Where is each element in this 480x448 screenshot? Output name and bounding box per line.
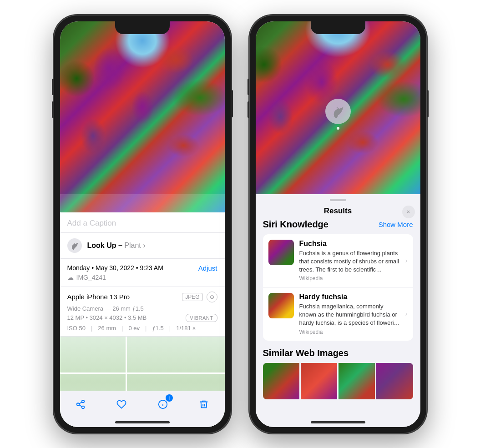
visual-lookup-button[interactable] [325, 99, 351, 124]
share-icon [76, 399, 86, 409]
notch-right [311, 21, 365, 34]
fuchsia-source: Wikipedia [299, 275, 400, 282]
jpeg-badge: JPEG [182, 293, 202, 301]
file-spec-row: 12 MP • 3024 × 4032 • 3.5 MB VIBRANT [67, 314, 217, 322]
leaf-icon [71, 242, 79, 250]
file-spec: 12 MP • 3024 × 4032 • 3.5 MB [67, 314, 147, 321]
similar-section: Similar Web Images [263, 348, 413, 399]
results-title: Results [324, 206, 352, 216]
sparkle-info-icon [158, 399, 168, 409]
lookup-dot [337, 127, 339, 130]
lookup-label: Look Up – Plant › [87, 242, 146, 250]
caption-placeholder[interactable]: Add a Caption [67, 219, 116, 227]
hardy-thumbnail [268, 293, 294, 318]
exif-shutter: 1/181 s [176, 325, 196, 332]
caption-area[interactable]: Add a Caption [60, 212, 225, 233]
meta-date: Monday • May 30, 2022 • 9:23 AM [67, 264, 163, 272]
lookup-row[interactable]: Look Up – Plant › [60, 233, 225, 259]
show-more-button[interactable]: Show More [379, 221, 413, 228]
similar-image-1[interactable] [263, 363, 299, 399]
exif-focal: 26 mm [98, 325, 116, 332]
knowledge-item-hardy[interactable]: Hardy fuchsia Fuchsia magellanica, commo… [263, 287, 413, 341]
similar-image-4[interactable] [376, 363, 413, 399]
meta-date-row: Monday • May 30, 2022 • 9:23 AM Adjust [67, 264, 217, 272]
fuchsia-desc: Fuchsia is a genus of flowering plants t… [299, 249, 400, 274]
right-phone-screen: Results × Siri Knowledge Show More [256, 21, 420, 427]
right-phone: Results × Siri Knowledge Show More [249, 15, 427, 433]
location-badge: ⊙ [207, 292, 217, 302]
lookup-icon [67, 238, 82, 253]
knowledge-card: Fuchsia Fuchsia is a genus of flowering … [263, 234, 413, 341]
results-close-button[interactable]: × [402, 206, 415, 218]
flower-photo-left[interactable] [60, 21, 225, 212]
fuchsia-text: Fuchsia Fuchsia is a genus of flowering … [299, 240, 400, 282]
fuchsia-chevron: › [405, 257, 408, 264]
power-button[interactable] [231, 90, 233, 117]
info-badge: i [166, 394, 173, 402]
share-button[interactable] [71, 394, 91, 414]
favorite-button[interactable] [111, 394, 131, 414]
hardy-text: Hardy fuchsia Fuchsia magellanica, commo… [299, 293, 400, 335]
exif-ev: 0 ev [128, 325, 140, 332]
cloud-icon: ☁ [67, 274, 74, 281]
meta-section: Monday • May 30, 2022 • 9:23 AM Adjust ☁… [60, 259, 225, 287]
leaf-overlay-icon [332, 105, 344, 118]
home-indicator-right [311, 421, 365, 423]
vibrant-badge: VIBRANT [186, 314, 217, 322]
meta-filename: IMG_4241 [76, 274, 106, 281]
similar-image-2[interactable] [301, 363, 337, 399]
home-indicator-left [115, 421, 170, 423]
exif-aperture: ƒ1.5 [152, 325, 163, 332]
hardy-desc: Fuchsia magellanica, commonly known as t… [299, 302, 400, 327]
volume-down-button-right[interactable] [248, 101, 249, 118]
adjust-button[interactable]: Adjust [198, 264, 217, 272]
volume-up-button-right[interactable] [248, 79, 249, 95]
exif-row: ISO 50 | 26 mm | 0 ev | ƒ1.5 | 1/181 s [67, 325, 217, 332]
volume-down-button[interactable] [52, 101, 54, 118]
knowledge-item-fuchsia[interactable]: Fuchsia Fuchsia is a genus of flowering … [263, 234, 413, 287]
right-screen-content: Results × Siri Knowledge Show More [256, 21, 420, 427]
similar-title: Similar Web Images [263, 348, 413, 358]
device-section: Apple iPhone 13 Pro JPEG ⊙ Wide Camera —… [60, 287, 225, 337]
volume-up-button[interactable] [52, 79, 54, 95]
notch-left [115, 21, 170, 34]
delete-button[interactable] [194, 394, 214, 414]
camera-spec: Wide Camera — 26 mm ƒ1.5 [67, 305, 217, 312]
device-row: Apple iPhone 13 Pro JPEG ⊙ [67, 292, 217, 302]
left-phone: Add a Caption Look Up – Plant › Monday •… [54, 15, 231, 433]
exif-iso: ISO 50 [67, 325, 86, 332]
siri-knowledge-title: Siri Knowledge [263, 219, 328, 230]
fuchsia-name: Fuchsia [299, 240, 400, 248]
hardy-chevron: › [405, 310, 408, 317]
results-header: Results × [256, 201, 420, 219]
device-badges: JPEG ⊙ [182, 292, 217, 302]
hardy-name: Hardy fuchsia [299, 293, 400, 301]
meta-filename-row: ☁ IMG_4241 [67, 274, 217, 281]
results-content[interactable]: Siri Knowledge Show More Fuchsia Fuchsia… [256, 219, 420, 427]
siri-knowledge-header: Siri Knowledge Show More [263, 219, 413, 230]
trash-icon [199, 399, 209, 409]
hardy-source: Wikipedia [299, 329, 400, 335]
left-phone-screen: Add a Caption Look Up – Plant › Monday •… [60, 21, 225, 427]
info-button[interactable]: i [153, 394, 173, 414]
results-panel: Results × Siri Knowledge Show More [256, 194, 420, 427]
fuchsia-thumbnail [268, 240, 294, 265]
power-button-right[interactable] [427, 90, 429, 117]
left-screen-content: Add a Caption Look Up – Plant › Monday •… [60, 21, 225, 427]
heart-icon [116, 399, 126, 409]
flower-photo-right[interactable] [256, 21, 420, 194]
device-name: Apple iPhone 13 Pro [67, 293, 130, 301]
map-road-horizontal [60, 372, 225, 374]
similar-image-3[interactable] [339, 363, 375, 399]
similar-images-grid[interactable] [263, 363, 413, 399]
